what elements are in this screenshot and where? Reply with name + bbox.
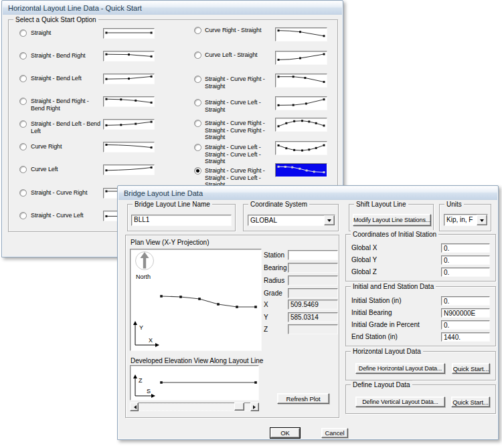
quick-start-option-radio[interactable] (19, 212, 27, 219)
station-label: Station (264, 251, 284, 259)
units-select[interactable]: Kip, in, F (444, 214, 488, 226)
quick-start-option-radio[interactable] (194, 167, 201, 175)
quick-start-option-preview (275, 163, 327, 177)
quick-start-option-preview (275, 74, 327, 88)
svg-text:North: North (136, 273, 151, 280)
plot-group: Plan View (X-Y Projection) NorthYX Devel… (125, 235, 339, 418)
global-z-field[interactable]: 0. (441, 267, 490, 277)
quick-start-option-preview (103, 51, 155, 62)
end-station-in-label: End Station (in) (351, 333, 398, 341)
define-vertical-layout-data-button[interactable]: Define Vertical Layout Data... (355, 397, 445, 407)
plan-view-plot: NorthYX (130, 249, 262, 351)
station-field[interactable] (288, 250, 338, 260)
quick-start-option-label[interactable]: Curve Left - Straight (205, 51, 272, 59)
modify-layout-line-stations-button[interactable]: Modify Layout Line Stations... (353, 214, 431, 226)
quick-start-option-radio[interactable] (19, 120, 27, 128)
quick-start-option-label[interactable]: Straight - Curve Right - Straight (205, 76, 272, 90)
quick-start-option-label[interactable]: Straight - Bend Right - Bend Right (31, 98, 100, 112)
scroll-left-icon[interactable] (130, 403, 139, 411)
quick-start-option-label[interactable]: Straight (31, 29, 100, 37)
end-station-in-field[interactable]: 1440. (441, 332, 490, 342)
x-label: X (264, 301, 268, 309)
initial-grade-in-percent-field[interactable]: 0. (441, 320, 490, 330)
svg-text:X: X (149, 337, 153, 344)
quick-start-option-preview (103, 28, 155, 39)
chevron-down-icon[interactable] (324, 215, 335, 225)
units-group-label: Units (444, 200, 464, 209)
scrollbar-thumb[interactable] (234, 403, 244, 411)
grade-field (288, 288, 338, 298)
cancel-button[interactable]: Cancel (321, 428, 348, 438)
bridge-name-group: Bridge Layout Line Name BLL1 (127, 204, 236, 231)
elevation-view-label: Developed Elevation View Along Layout Li… (131, 357, 263, 365)
initial-bearing-label: Initial Bearing (351, 309, 392, 317)
quick-start-option-radio[interactable] (194, 144, 201, 151)
y-label: Y (264, 314, 268, 322)
ok-button[interactable]: OK (270, 428, 300, 438)
quick-start-option-label[interactable]: Curve Left (31, 166, 100, 173)
define-horizontal-layout-data-button[interactable]: Define Horizontal Layout Data... (355, 363, 445, 374)
scrollbar-track[interactable] (139, 403, 250, 411)
global-y-field[interactable]: 0. (441, 255, 490, 265)
quick-start-option-preview (103, 164, 155, 175)
horizontal-quick-start-button[interactable]: Quick Start... (452, 363, 490, 374)
bridge-name-input[interactable]: BLL1 (131, 215, 232, 226)
quick-start-titlebar[interactable]: Horizontal Layout Line Data - Quick Star… (3, 1, 342, 15)
y-field: 585.0314 (288, 312, 338, 322)
initial-station-in-field[interactable]: 0. (441, 296, 490, 306)
quick-start-option-preview (103, 142, 155, 152)
quick-start-option-label[interactable]: Straight - Bend Left (31, 75, 100, 82)
quick-start-option-radio[interactable] (19, 75, 27, 82)
quick-start-option-label[interactable]: Curve Right - Straight (205, 27, 272, 34)
svg-text:Z: Z (139, 377, 143, 384)
elevation-scrollbar[interactable] (130, 403, 259, 411)
quick-start-option-radio[interactable] (194, 99, 201, 106)
quick-start-option-radio[interactable] (19, 52, 27, 60)
quick-start-option-radio[interactable] (194, 51, 201, 59)
vertical-quick-start-button[interactable]: Quick Start... (451, 397, 490, 407)
refresh-plot-button[interactable]: Refresh Plot (277, 393, 329, 404)
bridge-dialog-titlebar[interactable]: Bridge Layout Line Data (118, 187, 497, 200)
quick-start-option-radio[interactable] (19, 29, 27, 37)
quick-start-option-label[interactable]: Straight - Curve Left (31, 212, 100, 219)
quick-start-option-radio[interactable] (19, 166, 27, 173)
quick-start-option-label[interactable]: Curve Right (31, 143, 100, 150)
elevation-view-plot: ZS (130, 365, 259, 401)
bridge-layout-line-dialog: Bridge Layout Line Data Bridge Layout Li… (117, 185, 499, 440)
coordinate-system-select[interactable]: GLOBAL (248, 215, 335, 226)
plan-view-label: Plan View (X-Y Projection) (131, 239, 209, 247)
radius-label: Radius (264, 277, 284, 285)
quick-start-option-preview (103, 119, 155, 130)
quick-start-option-label[interactable]: Straight - Curve Left - Straight - Curve… (205, 144, 272, 165)
quick-start-option-label[interactable]: Straight - Bend Left - Bend Left (31, 120, 100, 134)
initial-coordinates-group: Coordinates of Initial Station Global X0… (345, 234, 496, 282)
grade-label: Grade (264, 290, 282, 298)
global-z-label: Global Z (351, 268, 377, 276)
bridge-dialog-title: Bridge Layout Line Data (124, 189, 203, 197)
svg-text:S: S (147, 388, 151, 395)
quick-start-option-radio[interactable] (194, 76, 201, 83)
quick-start-option-radio[interactable] (19, 143, 27, 150)
z-label: Z (264, 326, 268, 334)
chevron-down-icon[interactable] (477, 215, 487, 225)
vertical-layout-group: Define Layout Data Define Vertical Layou… (345, 384, 496, 414)
z-field (288, 324, 338, 334)
station-data-group: Initial and End Station Data Initial Sta… (345, 286, 496, 346)
quick-start-option-label[interactable]: Straight - Curve Left - Straight (205, 99, 272, 113)
quick-start-option-label[interactable]: Straight - Bend Right (31, 52, 100, 60)
horizontal-layout-group-label: Horizontal Layout Data (351, 347, 423, 356)
global-x-field[interactable]: 0. (441, 243, 490, 253)
scroll-right-icon[interactable] (250, 403, 259, 411)
quick-start-group-label: Select a Quick Start Option (13, 15, 98, 24)
quick-start-option-radio[interactable] (194, 120, 201, 127)
quick-start-option-radio[interactable] (19, 98, 27, 105)
svg-text:Y: Y (139, 324, 143, 331)
quick-start-option-radio[interactable] (19, 189, 27, 197)
global-x-label: Global X (351, 244, 377, 252)
quick-start-option-label[interactable]: Straight - Curve Right - Straight - Curv… (205, 120, 272, 141)
initial-grade-in-percent-label: Initial Grade in Percent (351, 321, 420, 329)
initial-bearing-field[interactable]: N900000E (441, 308, 490, 318)
x-field: 509.5469 (288, 300, 338, 310)
quick-start-option-label[interactable]: Straight - Curve Right (31, 189, 100, 197)
quick-start-option-radio[interactable] (194, 27, 201, 34)
